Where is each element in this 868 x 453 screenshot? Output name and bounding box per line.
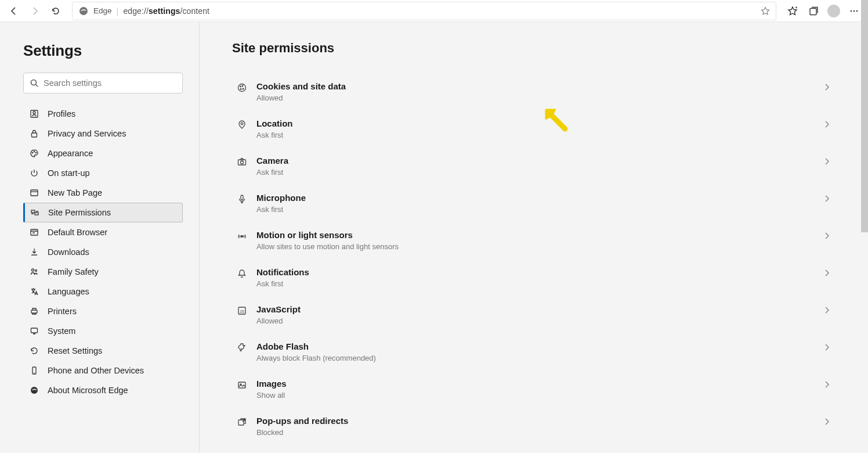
perm-microphone[interactable]: MicrophoneAsk first — [232, 185, 836, 222]
favorite-star-icon[interactable] — [761, 6, 770, 16]
annotation-arrow-icon — [542, 106, 570, 134]
chevron-right-icon — [823, 306, 831, 314]
image-icon — [234, 380, 249, 390]
nav-label: System — [48, 326, 75, 336]
nav-startup[interactable]: On start-up — [23, 163, 183, 183]
perm-javascript[interactable]: JS JavaScriptAllowed — [232, 296, 836, 333]
perm-title: Pop-ups and redirects — [256, 416, 823, 426]
nav-profiles[interactable]: Profiles — [23, 104, 183, 124]
svg-point-26 — [240, 89, 241, 90]
svg-rect-8 — [32, 133, 37, 137]
svg-rect-18 — [31, 310, 37, 313]
perm-title: Location — [256, 118, 823, 128]
vertical-scrollbar[interactable] — [861, 0, 868, 232]
camera-icon — [234, 157, 249, 167]
svg-point-3 — [853, 10, 855, 12]
nav-privacy[interactable]: Privacy and Services — [23, 124, 183, 143]
svg-point-7 — [33, 112, 35, 114]
svg-point-9 — [32, 152, 32, 153]
perm-motion[interactable]: Motion or light sensorsAllow sites to us… — [232, 222, 836, 259]
nav-label: Site Permissions — [48, 208, 111, 217]
svg-rect-15 — [31, 229, 38, 235]
perm-camera[interactable]: CameraAsk first — [232, 148, 836, 185]
perm-subtitle: Ask first — [256, 205, 823, 214]
perm-cookies[interactable]: Cookies and site dataAllowed — [232, 73, 836, 110]
perm-subtitle: Ask first — [256, 168, 823, 177]
nav-site-permissions[interactable]: Site Permissions — [23, 203, 183, 222]
svg-point-31 — [241, 236, 243, 238]
phone-icon — [29, 366, 39, 375]
nav-family[interactable]: Family Safety — [23, 262, 183, 282]
chevron-right-icon — [823, 195, 831, 203]
chevron-right-icon — [823, 380, 831, 389]
browser-toolbar: Edge | edge://settings/content — [0, 0, 868, 22]
url-text: edge://settings/content — [123, 6, 209, 16]
svg-text:JS: JS — [240, 310, 245, 314]
collections-button[interactable] — [804, 2, 823, 20]
svg-point-24 — [242, 85, 243, 87]
nav-reset[interactable]: Reset Settings — [23, 341, 183, 361]
microphone-icon — [234, 194, 249, 204]
svg-point-23 — [240, 86, 241, 87]
location-icon — [234, 120, 249, 130]
newtab-icon — [29, 188, 39, 197]
svg-point-17 — [35, 270, 37, 272]
palette-icon — [29, 149, 39, 158]
nav-label: Phone and Other Devices — [48, 366, 144, 375]
system-icon — [29, 326, 39, 336]
perm-ads[interactable]: Ads — [232, 445, 836, 453]
perm-popups[interactable]: Pop-ups and redirectsBlocked — [232, 408, 836, 445]
js-icon: JS — [234, 305, 249, 316]
perm-subtitle: Allowed — [256, 94, 823, 102]
download-icon — [29, 247, 39, 257]
chevron-right-icon — [823, 343, 831, 351]
svg-rect-12 — [31, 190, 38, 196]
nav-downloads[interactable]: Downloads — [23, 242, 183, 262]
perm-location[interactable]: LocationAsk first — [232, 110, 836, 148]
svg-point-11 — [35, 152, 36, 153]
perm-images[interactable]: ImagesShow all — [232, 371, 836, 408]
perm-subtitle: Ask first — [256, 131, 823, 139]
settings-search[interactable] — [23, 73, 183, 94]
search-icon — [30, 78, 39, 88]
forward-button[interactable] — [26, 2, 44, 20]
permissions-icon — [30, 208, 40, 217]
favorites-button[interactable] — [783, 2, 802, 20]
nav-label: Printers — [48, 307, 77, 316]
nav-default-browser[interactable]: Default Browser — [23, 222, 183, 242]
nav-label: On start-up — [48, 168, 90, 178]
nav-printers[interactable]: Printers — [23, 301, 183, 321]
nav-system[interactable]: System — [23, 321, 183, 341]
address-bar[interactable]: Edge | edge://settings/content — [72, 2, 776, 20]
nav-phone[interactable]: Phone and Other Devices — [23, 361, 183, 380]
perm-notifications[interactable]: NotificationsAsk first — [232, 259, 836, 296]
nav-newtab[interactable]: New Tab Page — [23, 183, 183, 203]
svg-point-29 — [241, 161, 244, 164]
perm-flash[interactable]: Adobe FlashAlways block Flash (recommend… — [232, 333, 836, 371]
nav-label: Reset Settings — [48, 346, 102, 355]
nav-languages[interactable]: Languages — [23, 282, 183, 301]
svg-point-4 — [856, 10, 858, 12]
settings-heading: Settings — [23, 42, 183, 60]
search-input[interactable] — [44, 78, 176, 88]
lock-icon — [29, 129, 39, 138]
perm-title: JavaScript — [256, 304, 823, 314]
nav-appearance[interactable]: Appearance — [23, 143, 183, 163]
nav-label: Downloads — [48, 247, 89, 257]
perm-title: Notifications — [256, 267, 823, 277]
profile-avatar[interactable] — [827, 5, 840, 17]
perm-subtitle: Allowed — [256, 317, 823, 325]
perm-title: Microphone — [256, 193, 823, 203]
edge-icon — [29, 386, 39, 395]
popup-icon — [234, 417, 249, 427]
perm-title: Adobe Flash — [256, 341, 823, 351]
content-area: Settings Profiles Privacy and Services A… — [0, 22, 868, 453]
bell-icon — [234, 268, 249, 279]
nav-label: About Microsoft Edge — [48, 386, 128, 395]
svg-point-21 — [31, 387, 38, 394]
separator: | — [117, 6, 119, 16]
back-button[interactable] — [5, 2, 23, 20]
svg-rect-1 — [810, 8, 816, 15]
refresh-button[interactable] — [46, 2, 65, 20]
nav-about[interactable]: About Microsoft Edge — [23, 380, 183, 400]
